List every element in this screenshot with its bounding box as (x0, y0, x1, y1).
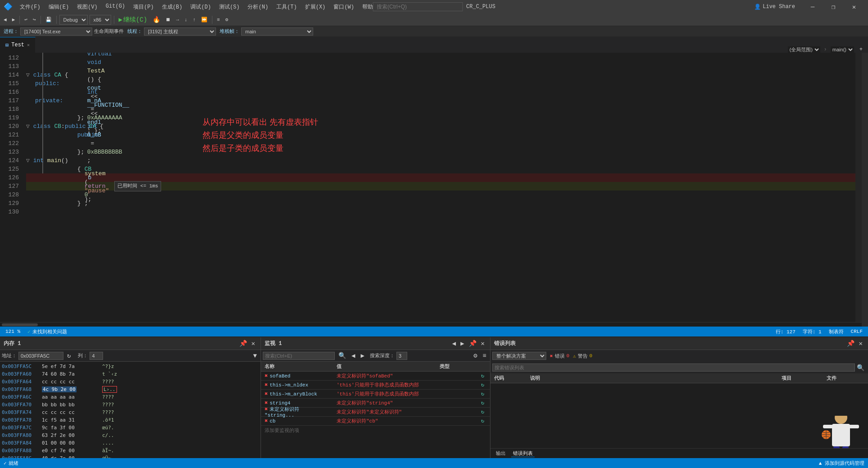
error-pin-btn[interactable]: 📌 (845, 340, 856, 347)
menu-analyze[interactable]: 分析(N) (244, 2, 272, 12)
menu-build[interactable]: 生成(B) (158, 2, 186, 12)
error-close-btn[interactable]: ✕ (857, 340, 864, 347)
status-line[interactable]: 行: 127 (776, 328, 796, 335)
memory-content[interactable]: 0x003FFA5C 5e ef 7d 7a ^?}z 0x003FFA60 7… (0, 362, 261, 458)
menu-edit[interactable]: 编辑(E) (45, 2, 73, 12)
step-over[interactable]: → (174, 16, 181, 23)
restore-button[interactable]: ❐ (823, 0, 844, 14)
watch-nav-next[interactable]: ▶ (359, 352, 366, 359)
menu-debug[interactable]: 调试(D) (187, 2, 215, 12)
toolbar-save[interactable]: 💾 (44, 16, 54, 23)
editor-hscroll[interactable] (0, 322, 862, 327)
toolbar-forward[interactable]: ▶ (10, 16, 17, 23)
editor-tab-test[interactable]: ⊞ Test ✕ (0, 37, 36, 53)
output-tab-output[interactable]: 输出 (494, 450, 508, 457)
watch-nav-fwd[interactable]: ▶ (459, 340, 466, 347)
code-editor[interactable]: 112 113 114 115 116 117 118 119 120 121 … (0, 53, 862, 327)
continue-button[interactable]: ▶ 继续(C) (117, 15, 149, 25)
menu-test[interactable]: 测试(S) (216, 2, 243, 12)
watch-row-cb[interactable]: ✖cb 未定义标识符"cb" ↻ (261, 417, 490, 426)
watch-filter-btn[interactable]: ≡ (481, 352, 488, 359)
toolbar-back[interactable]: ◀ (2, 16, 9, 23)
watch-search-input[interactable] (263, 352, 335, 360)
code-content[interactable]: ▽ class CA { public: virtual void TestA (22, 53, 855, 322)
stop-button[interactable]: 🔥 (151, 15, 162, 24)
toolbar-redo[interactable]: ↪ (31, 16, 38, 23)
watch-refresh-aryblock[interactable]: ↻ (481, 391, 490, 397)
watch-refresh-undef[interactable]: ↻ (481, 409, 490, 415)
watch-row-aryblock[interactable]: ✖this->m_aryBlock 'this'只能用于非静态成员函数内部 ↻ (261, 390, 490, 399)
watch-refresh-cb[interactable]: ↻ (481, 418, 490, 424)
col-input[interactable] (90, 352, 103, 360)
global-search-input[interactable] (373, 2, 463, 11)
refresh-memory-btn[interactable]: ↻ (65, 352, 72, 359)
scope-select-error[interactable]: 整个解决方案 (492, 352, 546, 360)
add-tab-btn[interactable]: + (858, 46, 864, 53)
minimize-button[interactable]: — (802, 0, 823, 14)
fold-icon-124[interactable]: ▽ (26, 156, 30, 165)
menu-window[interactable]: 窗口(W) (330, 2, 358, 12)
scroll-down-btn[interactable]: ▼ (252, 352, 259, 359)
menu-extensions[interactable]: 扩展(X) (301, 2, 329, 12)
menu-project[interactable]: 项目(P) (130, 2, 157, 12)
watch-settings-btn[interactable]: ⚙ (472, 352, 479, 359)
step-into[interactable]: ↓ (183, 16, 189, 23)
menu-git[interactable]: Git(G) (102, 2, 129, 12)
fold-icon-114[interactable]: ▽ (26, 71, 30, 79)
editor-minimap-scrollbar[interactable] (855, 53, 862, 322)
toolbar-misc2[interactable]: ⚙ (224, 16, 230, 23)
watch-row-undef-string[interactable]: ✖未定义标识符 "string... 未定义标识符"未定义标识符" ↻ (261, 408, 490, 417)
status-encoding[interactable]: 制表符 (829, 328, 844, 335)
source-control-btn[interactable]: ▲ 添加到源代码管理 (819, 460, 864, 467)
lifecycle-btn[interactable]: 生命周期事件 (94, 28, 124, 35)
scope-select[interactable]: (全局范围) (788, 46, 820, 53)
watch-refresh-string4[interactable]: ↻ (481, 400, 490, 406)
watch-table[interactable]: 名称 值 类型 ✖sofaBed 未定义标识符"sofaBed" ↻ ✖this… (261, 362, 490, 458)
fold-icon-120[interactable]: ▽ (26, 122, 30, 131)
watch-refresh-nldex[interactable]: ↻ (481, 382, 490, 388)
ready-icon: ✓ (4, 460, 7, 466)
add-watch-item[interactable]: 添加要监视的项 (261, 426, 490, 435)
function-select[interactable]: main() (831, 46, 854, 53)
memory-close-btn[interactable]: ✕ (250, 340, 257, 347)
watch-nav-back[interactable]: ◀ (450, 340, 458, 347)
platform-select[interactable]: x86 (90, 15, 111, 25)
thread-select[interactable]: [3192] 主线程 (144, 27, 216, 36)
toolbar-misc1[interactable]: ≡ (215, 16, 222, 23)
menu-file[interactable]: 文件(F) (16, 2, 44, 12)
watch-refresh-sofabed[interactable]: ↻ (481, 373, 490, 379)
status-zoom[interactable]: 121 % (5, 329, 20, 334)
memory-pin-btn[interactable]: 📌 (238, 340, 249, 347)
process-select[interactable]: [17400] Test.exe (20, 27, 92, 36)
editor-scroll-area[interactable]: 112 113 114 115 116 117 118 119 120 121 … (0, 53, 862, 322)
toolbar-undo[interactable]: ↩ (22, 16, 29, 23)
restart-button[interactable]: ⏹ (164, 16, 172, 23)
output-tab-errors[interactable]: 错误列表 (511, 450, 535, 457)
depth-input[interactable] (396, 352, 407, 360)
status-no-issues[interactable]: ✓ 未找到相关问题 (27, 328, 67, 335)
menu-tools[interactable]: 工具(T) (273, 2, 301, 12)
status-col[interactable]: 字符: 1 (803, 328, 822, 335)
watch-row-nldex[interactable]: ✖this->m_nldex 'this'只能用于非静态成员函数内部 ↻ (261, 381, 490, 390)
watch-search-icon[interactable]: 🔍 (337, 352, 348, 359)
stack-select[interactable]: main (241, 27, 313, 36)
watch-pin-btn[interactable]: 📌 (467, 340, 478, 347)
step-out[interactable]: ↑ (191, 16, 198, 23)
watch-close-btn[interactable]: ✕ (479, 340, 486, 347)
memory-address-input[interactable] (18, 352, 63, 360)
status-line-ending[interactable]: CRLF (851, 329, 863, 334)
live-share-button[interactable]: 👤 Live Share (751, 3, 799, 11)
menu-view[interactable]: 视图(V) (73, 2, 101, 12)
close-button[interactable]: ✕ (844, 0, 864, 14)
output-toggle-bar: 输出 错误列表 (490, 448, 868, 458)
watch-row-sofabed[interactable]: ✖sofaBed 未定义标识符"sofaBed" ↻ (261, 372, 490, 381)
ready-status[interactable]: ✓ 就绪 (4, 460, 18, 467)
watch-nav-prev[interactable]: ◀ (350, 352, 357, 359)
breakpoint-btn[interactable]: ⏩ (199, 16, 209, 23)
error-search-input[interactable] (492, 363, 855, 372)
tab-close[interactable]: ✕ (27, 42, 30, 48)
config-select[interactable]: Debug (59, 15, 88, 25)
error-search-icon[interactable]: 🔍 (855, 364, 866, 372)
error-table[interactable]: 代码 说明 项目 文件 (490, 373, 868, 416)
hscroll-thumb[interactable] (2, 323, 38, 326)
